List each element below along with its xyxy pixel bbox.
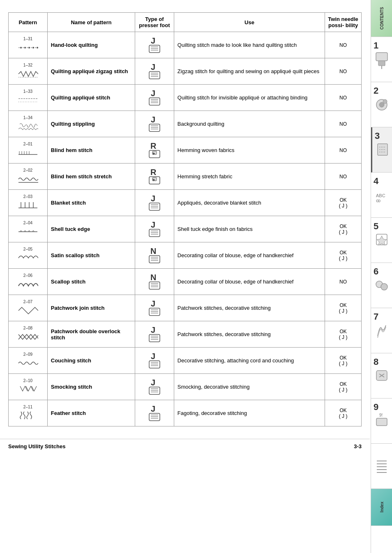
svg-text:ꝏ: ꝏ [376, 198, 380, 203]
svg-text:9!: 9! [379, 413, 383, 417]
sidebar-tab-8[interactable]: 8 [371, 353, 392, 399]
sidebar-tab-1[interactable]: 1 [371, 37, 392, 82]
svg-text:J: J [151, 352, 155, 361]
pattern-number: 2–03 [23, 194, 32, 199]
twin-needle: OK ( J ) [325, 216, 362, 242]
use-description: Quilting stitch made to look like hand q… [174, 32, 325, 58]
table-row: 1–31 Hand-look quilting J Quilting stitc… [9, 32, 362, 58]
sidebar-tab-6[interactable]: 6 [371, 263, 392, 308]
main-content: Pattern Name of pattern Type of presser … [0, 0, 370, 435]
svg-text:J: J [151, 378, 155, 387]
presser-foot-cell: J [135, 400, 174, 426]
twin-needle: NO [325, 32, 362, 58]
tab3-icon [375, 140, 390, 160]
svg-marker-13 [377, 236, 387, 245]
sidebar-tab-4[interactable]: 4 ABC ꝏ [371, 173, 392, 218]
pattern-cell: 2–04 [9, 216, 48, 242]
tab10-icon [374, 456, 389, 477]
svg-rect-31 [149, 45, 160, 53]
table-row: 2–03 Blanket stitch J Appliqués, decorat… [9, 190, 362, 216]
header-type: Type of presser foot [135, 13, 174, 32]
use-description: Decorating collar of blouse, edge of han… [174, 269, 325, 295]
pattern-cell: 2–02 [9, 164, 48, 190]
footer-title: Sewing Utility Stitches [8, 443, 65, 449]
svg-rect-37 [149, 71, 160, 79]
tab7-number: 7 [374, 311, 378, 322]
tab1-icon [374, 49, 389, 70]
footer-page: 3-3 [354, 443, 362, 449]
svg-point-5 [383, 99, 387, 104]
header-use: Use [174, 13, 325, 32]
pattern-cell: 2–01 [9, 137, 48, 164]
pattern-cell: 1–34 [9, 111, 48, 137]
pattern-number: 2–07 [23, 300, 32, 304]
pattern-cell: 2–07 [9, 295, 48, 321]
svg-rect-95 [149, 334, 160, 342]
presser-foot-cell: J [135, 348, 174, 374]
tab3-number: 3 [375, 131, 380, 141]
svg-point-27 [28, 47, 30, 48]
pattern-cell: 2–03 [9, 190, 48, 216]
svg-text:▶: ▶ [153, 152, 156, 155]
presser-foot-cell: R ▶ [135, 164, 174, 190]
pattern-number: 2–01 [23, 142, 32, 146]
svg-text:R: R [150, 141, 157, 150]
presser-foot-cell: J [135, 111, 174, 137]
svg-point-25 [20, 47, 22, 48]
twin-needle: OK ( J ) [325, 400, 362, 426]
tab5-icon [374, 230, 389, 251]
stitch-name: Feather stitch [47, 400, 135, 426]
pattern-cell: 2–08 [9, 321, 48, 348]
twin-needle: NO [325, 164, 362, 190]
pattern-number: 2–08 [23, 326, 32, 330]
pattern-cell: 1–33 [9, 85, 48, 111]
svg-text:J: J [151, 194, 155, 203]
use-description: Fagoting, decorative stitching [174, 400, 325, 426]
pattern-cell: 2–06 [9, 269, 48, 295]
svg-text:J: J [151, 62, 155, 71]
presser-foot-cell: R ▶ [135, 137, 174, 164]
sidebar-tab-index[interactable]: Index [371, 489, 392, 526]
tab8-icon [374, 366, 389, 386]
table-row: 2–04 Shell tuck edge J Shell tuck edge f… [9, 216, 362, 242]
sidebar-tab-5[interactable]: 5 [371, 218, 392, 263]
sidebar-tab-10[interactable] [371, 444, 392, 489]
svg-text:J: J [151, 89, 155, 98]
svg-rect-90 [149, 308, 160, 316]
stitch-name: Hand-look quilting [47, 32, 135, 58]
svg-text:J: J [151, 404, 155, 413]
pattern-number: 1–31 [23, 37, 32, 41]
sidebar: CONTENTS 1 2 3 4 ABC ꝏ [371, 0, 392, 553]
table-row: 1–33 Quilting appliqué stitch J Quilting… [9, 85, 362, 111]
tab9-icon: 9! [374, 411, 389, 431]
pattern-number: 2–11 [23, 405, 32, 409]
presser-foot-cell: N [135, 269, 174, 295]
sidebar-tab-9[interactable]: 9 9! [371, 399, 392, 444]
svg-rect-100 [149, 361, 160, 368]
tab4-icon: ABC ꝏ [374, 185, 389, 205]
stitch-name: Patchwork join stitch [47, 295, 135, 321]
table-row: 2–01 Blind hem stitch R ▶ Hemming woven … [9, 137, 362, 164]
pattern-cell: 1–32 [9, 58, 48, 85]
sidebar-tab-contents[interactable]: CONTENTS [371, 0, 392, 37]
table-row: 2–09 Couching stitch J Decorative stitch… [9, 348, 362, 374]
tab7-icon [374, 320, 389, 341]
presser-foot-cell: J [135, 295, 174, 321]
svg-rect-1 [378, 61, 385, 66]
table-row: 2–02 Blind hem stitch stretch R ▶ Hemmin… [9, 164, 362, 190]
svg-text:R: R [150, 168, 157, 177]
tab6-number: 6 [374, 266, 378, 277]
tab1-number: 1 [374, 40, 378, 51]
twin-needle: NO [325, 58, 362, 85]
presser-foot-cell: J [135, 85, 174, 111]
stitch-name: Blanket stitch [47, 190, 135, 216]
sidebar-tab-3[interactable]: 3 [371, 127, 392, 173]
presser-foot-cell: J [135, 190, 174, 216]
stitch-name: Quilting stippling [47, 111, 135, 137]
pattern-cell: 2–11 [9, 400, 48, 426]
sidebar-tab-2[interactable]: 2 [371, 82, 392, 127]
sidebar-tab-7[interactable]: 7 [371, 308, 392, 353]
svg-text:J: J [151, 299, 155, 308]
table-row: 1–32 Quilting appliqué zigzag stitch J Z… [9, 58, 362, 85]
twin-needle: NO [325, 137, 362, 164]
